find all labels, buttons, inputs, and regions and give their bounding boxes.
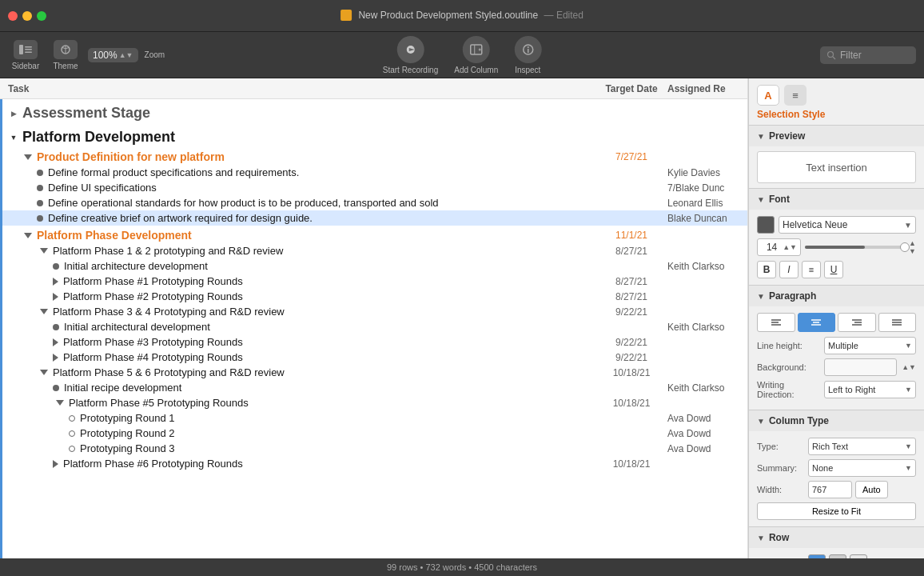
table-row[interactable]: Define operational standards for how pro…	[0, 195, 747, 210]
chevron-right-icon	[53, 278, 58, 286]
writing-dir-select[interactable]: Left to Right ▼	[824, 381, 916, 398]
table-row[interactable]: Initial recipe development Keith Clarkso	[0, 380, 747, 395]
font-section-header[interactable]: ▼ Font	[749, 189, 924, 210]
table-row[interactable]: Prototyping Round 1 Ava Dowd	[0, 410, 747, 426]
line-height-select[interactable]: Multiple ▼	[824, 337, 916, 354]
chevron-down-icon: ▼	[757, 417, 765, 426]
task-title: Prototyping Round 1	[80, 412, 595, 424]
writing-direction-row: Writing Direction: Left to Right ▼	[757, 380, 916, 399]
paragraph-section: ▼ Paragraph	[749, 285, 924, 410]
font-size-row: 14 ▲▼ ▲▼	[757, 238, 916, 256]
table-row[interactable]: Platform Phase #1 Prototyping Rounds 8/2…	[0, 274, 747, 289]
group-row-platform-phase[interactable]: Platform Phase Development 11/1/21	[0, 226, 747, 243]
toggle-assessment[interactable]: ▶	[8, 108, 19, 119]
width-input[interactable]: 767	[808, 481, 852, 498]
table-row[interactable]: Platform Phase #3 Prototyping Rounds 9/2…	[0, 334, 747, 350]
group-row-product-def[interactable]: Product Definition for new platform 7/27…	[0, 147, 747, 165]
table-row[interactable]: Prototyping Round 2 Ava Dowd	[0, 426, 747, 441]
table-row[interactable]: Platform Phase 3 & 4 Prototyping and R&D…	[0, 304, 747, 319]
table-row[interactable]: Platform Phase #4 Prototyping Rounds 9/2…	[0, 350, 747, 365]
font-size-slider[interactable]	[805, 238, 905, 256]
table-row[interactable]: Define creative brief on artwork require…	[0, 210, 747, 226]
task-assignee: Ava Dowd	[667, 443, 747, 454]
font-family-row: Helvetica Neue ▼	[757, 216, 916, 234]
type-select[interactable]: Rich Text ▼	[808, 438, 916, 455]
chevron-down-icon	[24, 154, 32, 160]
svg-rect-3	[25, 51, 32, 53]
col-target-header: Target Date	[595, 83, 667, 94]
underline-button[interactable]: U	[824, 261, 843, 278]
chevron-down-icon	[24, 233, 32, 238]
add-column-button[interactable]: Add Column	[454, 36, 498, 74]
table-row[interactable]: Initial architectural development Keith …	[0, 319, 747, 334]
start-recording-button[interactable]: Start Recording	[383, 36, 438, 74]
table-row[interactable]: Initial architecture development Keith C…	[0, 258, 747, 274]
font-section: ▼ Font Helvetica Neue ▼ 14 ▲▼	[749, 188, 924, 285]
handle-lightgray-swatch[interactable]	[850, 554, 867, 558]
task-title: Initial architectural development	[64, 321, 595, 333]
table-row[interactable]: Platform Phase 1 & 2 prototyping and R&D…	[0, 243, 747, 258]
bold-button[interactable]: B	[757, 261, 776, 278]
bullet-icon	[37, 200, 43, 206]
task-assignee: 7/Blake Dunc	[667, 182, 747, 194]
row-section-header[interactable]: ▼ Row	[749, 527, 924, 548]
italic-button[interactable]: I	[779, 261, 799, 278]
align-right-button[interactable]	[838, 313, 876, 332]
preview-section-header[interactable]: ▼ Preview	[749, 126, 924, 146]
paragraph-content: Line height: Multiple ▼ Background: ▲▼ W…	[749, 306, 924, 410]
paragraph-section-header[interactable]: ▼ Paragraph	[749, 286, 924, 306]
col-assigned-header: Assigned Re	[667, 83, 747, 94]
task-title: Initial architecture development	[64, 260, 595, 272]
row-section: ▼ Row Handle: Numbering: None ▼	[749, 526, 924, 558]
align-center-button[interactable]	[798, 313, 836, 332]
align-left-button[interactable]	[757, 313, 795, 332]
summary-select[interactable]: None ▼	[808, 459, 916, 477]
platform-phase-title: Platform Phase Development	[37, 229, 595, 242]
theme-button[interactable]: Theme	[48, 40, 83, 70]
chevron-down-icon: ▼	[757, 292, 765, 301]
background-row: Background: ▲▼	[757, 358, 916, 376]
task-date: 8/27/21	[595, 246, 667, 257]
column-headers: Task Target Date Assigned Re	[0, 78, 747, 99]
table-row[interactable]: Platform Phase #2 Prototyping Rounds 8/2…	[0, 289, 747, 304]
table-row[interactable]: Platform Phase #5 Prototyping Rounds 10/…	[0, 395, 747, 410]
tab-doc[interactable]: ≡	[784, 85, 807, 106]
table-row[interactable]: Platform Phase #6 Prototyping Rounds 10/…	[0, 456, 747, 471]
inspect-button[interactable]: Inspect	[514, 36, 541, 74]
fullscreen-button[interactable]	[37, 11, 46, 21]
bullet-open-icon	[69, 415, 75, 422]
font-size-input[interactable]: 14 ▲▼	[757, 238, 801, 256]
table-row[interactable]: Define formal product specifications and…	[0, 165, 747, 180]
close-button[interactable]	[8, 11, 18, 21]
toggle-platform-dev[interactable]: ▼	[8, 132, 19, 143]
minimize-button[interactable]	[22, 11, 32, 21]
table-row[interactable]: Define UI specifications 7/Blake Dunc	[0, 180, 747, 195]
main-area: Task Target Date Assigned Re ▶ Assessmen…	[0, 78, 924, 558]
resize-to-fit-button[interactable]: Resize to Fit	[757, 502, 916, 520]
task-assignee: Keith Clarkso	[667, 261, 747, 272]
column-type-section-header[interactable]: ▼ Column Type	[749, 410, 924, 431]
bullet-icon	[37, 185, 43, 191]
font-family-select[interactable]: Helvetica Neue ▼	[779, 216, 916, 234]
task-date: 8/27/21	[595, 291, 667, 302]
background-label: Background:	[757, 362, 821, 372]
align-justify-button[interactable]	[878, 313, 917, 332]
zoom-control[interactable]: 100% ▲▼	[88, 48, 138, 62]
table-row[interactable]: Platform Phase 5 & 6 Prototyping and R&D…	[0, 365, 747, 380]
table-row[interactable]: Prototyping Round 3 Ava Dowd	[0, 441, 747, 456]
font-color-swatch[interactable]	[757, 216, 775, 234]
section-row-platform[interactable]: ▼ Platform Development	[0, 124, 747, 147]
tab-text[interactable]: A	[757, 85, 779, 106]
strikethrough-button[interactable]: ≡	[802, 261, 821, 278]
section-row[interactable]: ▶ Assessment Stage	[0, 102, 747, 124]
window-title: New Product Development Styled.ooutline …	[341, 10, 583, 22]
font-style-row: B I ≡ U	[757, 261, 916, 278]
task-assignee: Ava Dowd	[667, 413, 747, 424]
handle-blue-swatch[interactable]	[808, 554, 826, 558]
task-date: 8/27/21	[595, 276, 667, 287]
sidebar-button[interactable]: Sidebar	[8, 40, 43, 70]
background-color-picker[interactable]	[824, 358, 897, 376]
search-box[interactable]: Filter	[820, 46, 916, 64]
handle-gray-swatch[interactable]	[829, 554, 846, 558]
auto-button[interactable]: Auto	[855, 481, 888, 498]
